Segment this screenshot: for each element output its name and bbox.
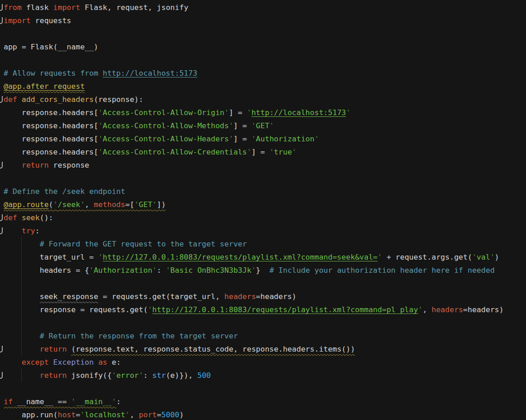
code-token — [49, 358, 53, 367]
code-line[interactable]: # Forward the GET request to the target … — [0, 237, 526, 251]
code-token: + request.args.get( — [382, 253, 472, 261]
code-token — [17, 213, 22, 222]
string-quote: ' — [224, 108, 229, 117]
code-token: , — [85, 200, 94, 209]
code-token: response.headers[ — [4, 135, 98, 143]
gutter-glyph-fragment — [0, 346, 3, 352]
code-token: 'GET' — [134, 200, 157, 209]
code-line[interactable]: # Return the response from the target se… — [0, 329, 526, 343]
code-line[interactable]: import requests — [0, 14, 526, 27]
string-quote: ' — [98, 108, 103, 117]
code-line[interactable] — [0, 172, 526, 185]
code-token: try — [22, 227, 35, 235]
string-quote: ' — [152, 200, 157, 209]
code-line[interactable]: return jsonify({'error': str(e)}), 500 — [0, 369, 526, 382]
code-line[interactable]: def add_cors_headers(response): — [0, 93, 526, 106]
code-token: 'error' — [112, 371, 143, 380]
code-line[interactable]: target_url = 'http://127.0.0.1:8083/requ… — [0, 251, 526, 264]
url-link[interactable]: http://localhost:5173 — [251, 108, 346, 117]
code-line[interactable]: response = requests.get('http://127.0.0.… — [0, 303, 526, 316]
string-quote: ' — [80, 200, 85, 209]
code-token: # Define the /seek endpoint — [4, 187, 125, 196]
code-line[interactable] — [0, 382, 526, 395]
code-line[interactable]: return response — [0, 159, 526, 172]
code-line[interactable] — [0, 53, 526, 67]
code-token: headers — [224, 292, 256, 301]
code-line[interactable] — [0, 316, 526, 329]
code-token: =headers) — [463, 305, 503, 314]
decorator-token[interactable]: @app.route — [4, 200, 49, 209]
code-token: 'Authorization' — [251, 135, 319, 143]
code-token — [4, 227, 22, 235]
code-line[interactable]: headers = {'Authorization': 'Basic OnBhc… — [0, 264, 526, 277]
indent-guide — [21, 290, 22, 303]
decorator-token[interactable]: @app.after_request — [4, 82, 85, 91]
decorator-link[interactable]: @app.route — [4, 200, 49, 209]
code-token: : — [157, 266, 166, 275]
string-quote: ' — [98, 135, 103, 143]
string-quote: ' — [148, 305, 152, 314]
code-token: 'Access-Control-Allow-Headers' — [98, 135, 234, 143]
code-token: flask — [22, 3, 54, 12]
code-line[interactable]: try: — [0, 224, 526, 237]
code-token: jsonify({ — [67, 371, 112, 380]
gutter-glyph-fragment — [0, 17, 3, 24]
string-quote: ' — [53, 200, 58, 209]
code-token: ] = — [229, 108, 247, 117]
url-link[interactable]: http://localhost:5173 — [103, 69, 198, 77]
url-link[interactable]: http://127.0.0.1:8083/requests/playlist.… — [152, 305, 418, 314]
gutter-glyph-fragment — [0, 214, 3, 221]
code-line[interactable]: app.run(host='localhost', port=5000) — [0, 408, 526, 420]
string-content: /seek — [58, 200, 80, 209]
code-line[interactable]: @app.route('/seek', methods=['GET']) — [0, 198, 526, 211]
code-token: ( — [49, 200, 53, 209]
code-line[interactable]: @app.after_request — [0, 80, 526, 93]
string-quote: ' — [292, 148, 297, 156]
code-line[interactable]: response.headers['Access-Control-Allow-H… — [0, 132, 526, 145]
code-line[interactable]: if __name__ == '__main__': — [0, 395, 526, 408]
gutter-glyph-fragment — [0, 227, 3, 234]
string-quote: ' — [229, 121, 234, 130]
code-line[interactable] — [0, 277, 526, 290]
code-line[interactable]: response.headers['Access-Control-Allow-M… — [0, 119, 526, 132]
code-token: if — [4, 397, 13, 406]
string-quote: ' — [378, 253, 382, 261]
code-line[interactable]: # Allow requests from http://localhost:5… — [0, 67, 526, 80]
code-token — [67, 345, 71, 353]
code-token: : — [116, 397, 121, 406]
code-token: ] = — [251, 148, 269, 156]
code-line[interactable]: response.headers['Access-Control-Allow-O… — [0, 106, 526, 119]
string-content: true — [274, 148, 292, 156]
code-token: __name__ == — [13, 397, 71, 406]
code-line[interactable]: from flask import Flask, request, jsonif… — [0, 1, 526, 14]
code-line[interactable]: # Define the /seek endpoint — [0, 185, 526, 198]
code-line[interactable]: except Exception as e: — [0, 356, 526, 369]
indent-guide — [21, 342, 22, 356]
code-token — [94, 358, 98, 367]
url-link[interactable]: http://127.0.0.1:8083/requests/playlist.… — [103, 253, 378, 261]
code-token: def — [4, 95, 17, 104]
code-line[interactable]: response.headers['Access-Control-Allow-C… — [0, 145, 526, 159]
code-line[interactable]: return (response.text, response.status_c… — [0, 343, 526, 356]
code-token: : — [35, 227, 40, 235]
decorator-link[interactable]: @app.after_request — [4, 82, 85, 91]
code-token: target_url = — [4, 253, 98, 261]
code-token: # Return the response from the target se… — [39, 332, 238, 340]
code-line[interactable]: def seek(): — [0, 211, 526, 224]
indent-guide — [21, 316, 22, 329]
string-content: Access-Control-Allow-Headers — [103, 135, 229, 143]
string-quote: ' — [247, 148, 251, 156]
code-editor[interactable]: from flask import Flask, request, jsonif… — [0, 0, 526, 420]
string-quote: ' — [418, 305, 423, 314]
code-token: response.headers[ — [4, 108, 98, 117]
code-line[interactable]: seek_response = requests.get(target_url,… — [0, 290, 526, 303]
string-content: error — [116, 371, 139, 380]
gutter-glyph-fragment — [0, 4, 3, 11]
string-content: localhost — [85, 410, 125, 419]
code-line[interactable] — [0, 27, 526, 40]
code-token: ' — [378, 253, 382, 261]
code-token: response = requests.get( — [4, 305, 148, 314]
string-quote: ' — [134, 200, 139, 209]
code-token: return — [22, 161, 49, 169]
code-line[interactable]: app = Flask(__name__) — [0, 40, 526, 53]
